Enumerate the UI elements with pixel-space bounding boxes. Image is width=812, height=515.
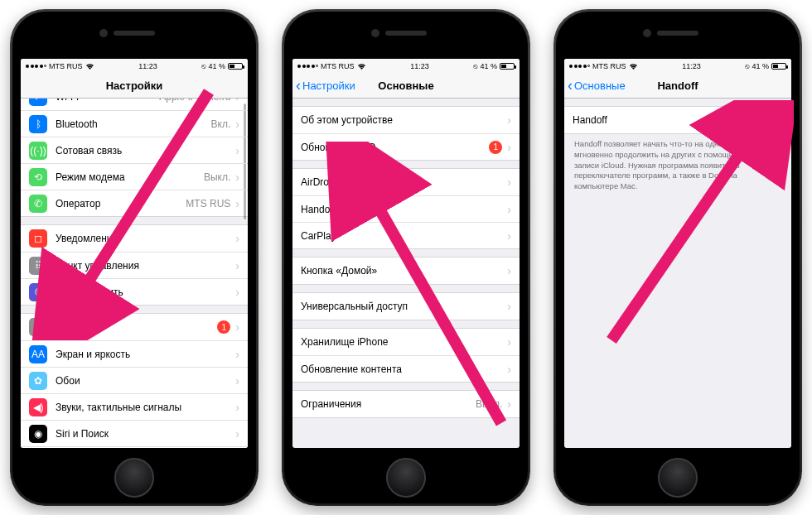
carrier-label: MTS RUS xyxy=(49,62,83,70)
row-label: Bluetooth xyxy=(56,118,211,130)
chevron-right-icon: › xyxy=(507,229,511,243)
navbar: ‹Основные Handoff xyxy=(564,74,791,99)
row-label: Siri и Поиск xyxy=(56,428,235,440)
row-обновление-по[interactable]: Обновление ПО1› xyxy=(292,133,520,160)
chevron-right-icon: › xyxy=(235,401,239,414)
row-value: Выкл. xyxy=(204,171,230,183)
settings-group-general: ⚙︎Основные1›AAЭкран и яркость›✿Обои›◀︎)З… xyxy=(21,313,248,448)
row-хранилище-iphone[interactable]: Хранилище iPhone› xyxy=(292,329,520,355)
status-bar: MTS RUS 11:23 ⎋ 41 % xyxy=(21,59,248,74)
home-button[interactable] xyxy=(386,458,426,498)
chevron-right-icon: › xyxy=(235,348,239,361)
row-об-этом-устройстве[interactable]: Об этом устройстве› xyxy=(292,107,520,133)
row-touch-id-и-код-пароль[interactable]: ◉Touch ID и код-пароль› xyxy=(21,446,248,448)
wifi-icon: ᯤ xyxy=(29,99,47,106)
row-wi-fi[interactable]: ᯤWi-FiApple-iPhone.ru› xyxy=(21,99,248,110)
wifi-icon xyxy=(85,63,94,70)
settings-group-connectivity: ᯤWi-FiApple-iPhone.ru›ᛒBluetoothВкл.›((·… xyxy=(21,99,248,217)
row-кнопка-домой-[interactable]: Кнопка «Домой»› xyxy=(292,258,520,284)
row-label: Ограничения xyxy=(301,398,476,410)
phone-icon: ✆ xyxy=(29,195,47,213)
clock-label: 11:23 xyxy=(682,62,701,70)
flower-icon: ✿ xyxy=(29,372,47,390)
status-bar: MTS RUS 11:23 ⎋ 41 % xyxy=(564,59,791,74)
back-button[interactable]: ‹Основные xyxy=(568,74,626,98)
row-label: Обновление контента xyxy=(301,363,507,375)
row-звуки-тактильные-сигналы[interactable]: ◀︎)Звуки, тактильные сигналы› xyxy=(21,393,248,420)
siri-icon: ◉ xyxy=(29,425,47,443)
chevron-right-icon: › xyxy=(235,171,239,184)
navbar: ‹Настройки Основные xyxy=(292,74,520,99)
chevron-right-icon: › xyxy=(507,141,511,154)
chevron-right-icon: › xyxy=(235,197,239,210)
signal-icon xyxy=(26,65,46,68)
bluetooth-icon: ᛒ xyxy=(29,115,47,133)
chevron-right-icon: › xyxy=(235,320,239,334)
row-ограничения[interactable]: ОграниченияВыкл.› xyxy=(292,391,520,417)
settings-group-notifications: ◻︎Уведомления›⠿Пункт управления›☾Не бесп… xyxy=(21,224,248,306)
row-siri-и-поиск[interactable]: ◉Siri и Поиск› xyxy=(21,420,248,446)
phone-handoff: MTS RUS 11:23 ⎋ 41 % ‹Основные Handoff H… xyxy=(553,9,802,506)
chevron-right-icon: › xyxy=(235,99,239,103)
row-carplay[interactable]: CarPlay› xyxy=(292,222,520,248)
device-speaker xyxy=(114,31,155,36)
row-уведомления[interactable]: ◻︎Уведомления› xyxy=(21,225,248,252)
group-accessibility: Универсальный доступ› xyxy=(292,292,520,320)
moon-icon: ☾ xyxy=(29,283,47,301)
group-restrictions: ОграниченияВыкл.› xyxy=(292,390,520,418)
row-сотовая-связь[interactable]: ((·))Сотовая связь› xyxy=(21,137,248,163)
chevron-right-icon: › xyxy=(235,118,239,131)
phone-general: MTS RUS 11:23 ⎋ 41 % ‹Настройки Основные… xyxy=(282,9,530,506)
row-универсальный-доступ[interactable]: Универсальный доступ› xyxy=(292,293,520,320)
row-не-беспокоить[interactable]: ☾Не беспокоить› xyxy=(21,278,248,305)
signal-icon xyxy=(569,65,590,68)
settings-list[interactable]: ᯤWi-FiApple-iPhone.ru›ᛒBluetoothВкл.›((·… xyxy=(21,99,248,448)
row-пункт-управления[interactable]: ⠿Пункт управления› xyxy=(21,252,248,278)
badge: 1 xyxy=(489,141,502,154)
row-bluetooth[interactable]: ᛒBluetoothВкл.› xyxy=(21,110,248,137)
chevron-right-icon: › xyxy=(507,113,511,127)
battery-pct: 41 % xyxy=(208,62,225,70)
back-label: Настройки xyxy=(302,79,355,92)
row-handoff-toggle[interactable]: Handoff xyxy=(564,107,791,133)
row-обновление-контента[interactable]: Обновление контента› xyxy=(292,355,520,382)
row-handoff[interactable]: Handoff› xyxy=(292,195,520,222)
bluetooth-icon: ⎋ xyxy=(201,62,205,70)
text-icon: AA xyxy=(29,345,47,363)
speaker-icon: ◀︎) xyxy=(29,398,47,416)
row-label: Основные xyxy=(56,321,217,333)
clock-label: 11:23 xyxy=(138,62,157,70)
row-label: Кнопка «Домой» xyxy=(301,265,507,277)
row-airdrop[interactable]: AirDrop› xyxy=(292,169,520,195)
device-speaker xyxy=(657,31,698,36)
wifi-icon xyxy=(629,63,638,70)
page-title: Основные xyxy=(378,79,433,92)
row-label: Хранилище iPhone xyxy=(301,336,507,348)
general-list[interactable]: Об этом устройстве›Обновление ПО1› AirDr… xyxy=(292,99,520,448)
home-button[interactable] xyxy=(658,458,698,498)
chevron-right-icon: › xyxy=(507,176,511,189)
row-экран-и-яркость[interactable]: AAЭкран и яркость› xyxy=(21,340,248,367)
back-button[interactable]: ‹Настройки xyxy=(296,74,355,98)
handoff-content: Handoff Handoff позволяет начать что-то … xyxy=(564,99,791,448)
row-value: Вкл. xyxy=(211,118,231,130)
row-режим-модема[interactable]: ⟲Режим модемаВыкл.› xyxy=(21,163,248,190)
row-label: Об этом устройстве xyxy=(301,114,507,126)
signal-icon xyxy=(297,65,318,68)
handoff-toggle[interactable] xyxy=(752,111,783,129)
group-handoff-toggle: Handoff xyxy=(564,106,791,134)
status-bar: MTS RUS 11:23 ⎋ 41 % xyxy=(292,59,520,74)
row-обои[interactable]: ✿Обои› xyxy=(21,367,248,393)
row-label: Режим модема xyxy=(56,171,204,183)
row-основные[interactable]: ⚙︎Основные1› xyxy=(21,314,248,340)
page-title: Handoff xyxy=(657,79,698,92)
chevron-right-icon: › xyxy=(235,427,239,440)
row-оператор[interactable]: ✆ОператорMTS RUS› xyxy=(21,190,248,216)
phone-settings: MTS RUS 11:23 ⎋ 41 % Настройки ᯤWi-FiApp… xyxy=(10,9,259,506)
chevron-right-icon: › xyxy=(235,286,239,299)
row-label: Сотовая связь xyxy=(56,145,235,156)
page-title: Настройки xyxy=(106,79,163,92)
row-label: Обои xyxy=(56,375,235,387)
home-button[interactable] xyxy=(114,458,154,498)
row-label: Универсальный доступ xyxy=(301,301,507,312)
